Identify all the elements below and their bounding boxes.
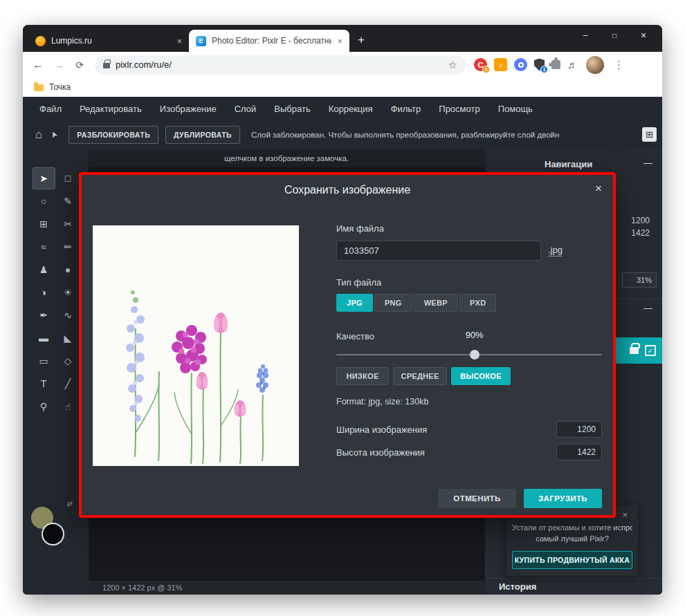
fill-tool[interactable]: ◣ [57,327,80,349]
tab-pixlr[interactable]: E Photo Editor: Pixlr E - бесплатны × [189,30,349,52]
menu-item[interactable]: Редактировать [80,104,142,114]
promo-text-line1: Устали от рекламы и хотите испроб [512,522,632,533]
arrange-cursor-icon: ➤ [48,129,60,140]
pen-tool[interactable]: ✒ [33,304,55,326]
menu-item[interactable]: Помощь [498,104,533,114]
refresh-icon[interactable]: ⟳ [70,59,89,71]
curve-tool[interactable]: ∿ [57,304,80,326]
image-width-input[interactable] [556,421,602,438]
background-color-swatch[interactable] [42,523,64,545]
back-icon[interactable]: ← [28,59,48,71]
save-image-dialog: Сохранить изображение × [82,175,613,515]
extensions-puzzle-icon[interactable] [551,60,560,69]
url-text[interactable]: pixlr.com/ru/e/ [116,59,443,70]
save-options-form: Имя файла .jpg Тип файла JPGPNGWEBPPXD К… [336,223,602,460]
lock-message-line1: Слой заблокирован. Чтобы выполнять преоб… [251,131,655,139]
tab-close-icon[interactable]: × [337,36,342,46]
browser-navbar: ← → ⟳ pixlr.com/ru/e/ ☆ C5 ♪ 1 ♬ ⋮ [23,52,662,77]
marquee-tool[interactable]: □ [57,167,80,189]
duplicate-layer-button[interactable]: ДУБЛИРОВАТЬ [165,126,240,144]
crop-tool[interactable]: ⊞ [33,213,55,235]
filetype-button[interactable]: JPG [336,294,373,312]
adjust-tool[interactable]: ☀ [57,281,80,304]
cutout-tool[interactable]: ✂ [57,213,80,235]
browser-menu-icon[interactable]: ⋮ [614,59,624,71]
filetype-label: Тип файла [336,277,602,288]
zoom-level-field[interactable]: 31% [622,272,657,288]
filetype-button[interactable]: WEBP [414,294,458,312]
url-bar[interactable]: pixlr.com/ru/e/ ☆ [95,55,466,75]
quality-preset-button[interactable]: СРЕДНЕЕ [393,367,447,385]
frame-tool[interactable]: ▭ [33,350,55,372]
dialog-close-icon[interactable]: × [595,182,602,196]
buy-premium-button[interactable]: КУПИТЬ ПРОДВИНУТЫЙ АККА [512,551,632,569]
swap-colors-icon[interactable]: ⇄ [67,500,73,507]
nav-width-value: 1200 [631,214,650,227]
arrange-tool[interactable]: ➤ [33,167,55,189]
wand-tool[interactable]: ✎ [57,190,80,212]
quality-preset-button[interactable]: НИЗКОЕ [336,367,389,385]
home-icon[interactable]: ⌂ [35,128,42,142]
quality-slider[interactable] [336,354,602,355]
tab-close-icon[interactable]: × [176,36,182,46]
image-height-input[interactable] [556,444,602,460]
toning-tool[interactable]: ◑ [33,281,55,304]
shape-tool[interactable]: ◇ [57,350,80,372]
layer-visibility-checkbox[interactable]: ✓ [645,345,656,356]
clone-tool[interactable]: ♟ [33,259,55,281]
extension-red-icon[interactable]: C5 [474,58,487,71]
unlock-layer-button[interactable]: РАЗБЛОКИРОВАТЬ [68,126,158,144]
minimize-panel-icon[interactable]: — [643,158,652,168]
cancel-button[interactable]: ОТМЕНИТЬ [438,489,516,508]
editor-subtoolbar: ⌂ ➤ РАЗБЛОКИРОВАТЬ ДУБЛИРОВАТЬ Слой забл… [23,120,662,149]
text-tool[interactable]: T [33,373,55,395]
maximize-button[interactable]: □ [600,26,629,44]
liquify-tool[interactable]: ≈ [33,236,55,258]
bookmark-tochka[interactable]: Точка [49,82,71,92]
retouch-tool[interactable]: ✏ [57,236,80,258]
save-dialog-highlight: Сохранить изображение × [79,172,616,518]
quality-slider-knob[interactable] [470,350,480,360]
promo-close-icon[interactable]: × [622,510,628,520]
profile-avatar[interactable] [586,56,604,74]
lasso-tool[interactable]: ○ [33,190,55,212]
menu-item[interactable]: Просмотр [439,104,480,114]
editor-menubar: ФайлРедактироватьИзображениеСлойВыбратьК… [23,97,662,120]
tab-title: Lumpics.ru [51,36,171,46]
close-button[interactable]: × [629,26,658,44]
dialog-actions: ОТМЕНИТЬ ЗАГРУЗИТЬ [438,489,602,508]
menu-item[interactable]: Фильтр [391,104,421,114]
extension-blue-icon[interactable] [514,58,527,71]
quality-preset-button[interactable]: ВЫСОКОЕ [451,367,511,385]
bookmark-star-icon[interactable]: ☆ [448,59,457,71]
new-tab-button[interactable]: + [358,33,365,47]
minimize-layers-icon[interactable]: — [643,303,652,313]
extension-music-icon[interactable]: ♪ [494,58,507,71]
tab-lumpics[interactable]: Lumpics.ru × [28,30,189,52]
menu-item[interactable]: Изображение [160,104,217,114]
filetype-button[interactable]: PXD [459,294,497,312]
filename-input[interactable] [336,241,541,261]
picker-tool[interactable]: ╱ [57,373,80,395]
zoom-tool[interactable]: ⚲ [33,395,55,418]
layer-lock-icon[interactable] [630,347,639,354]
menu-item[interactable]: Файл [39,104,62,114]
panel-toggle-icon[interactable]: ⊞ [642,127,657,142]
extension-shield-icon[interactable]: 1 [534,59,545,71]
eraser-tool[interactable]: ▬ [33,327,55,349]
file-extension: .jpg [548,245,563,256]
quality-value: 90% [466,330,484,340]
blur-tool[interactable]: ● [57,259,80,281]
minimize-button[interactable]: – [571,26,600,44]
menu-item[interactable]: Выбрать [274,104,310,114]
image-width-label: Ширина изображения [336,424,427,435]
history-panel-header[interactable]: История [485,578,662,595]
hand-tool[interactable]: ☝ [57,395,80,418]
forward-icon[interactable]: → [49,59,68,71]
menu-item[interactable]: Коррекция [329,104,373,114]
download-button[interactable]: ЗАГРУЗИТЬ [524,489,602,508]
filetype-button[interactable]: PNG [374,294,412,312]
menu-item[interactable]: Слой [235,104,257,114]
extension-playlist-icon[interactable]: ♬ [567,59,578,71]
status-bar: 1200 × 1422 px @ 31% [89,581,484,595]
